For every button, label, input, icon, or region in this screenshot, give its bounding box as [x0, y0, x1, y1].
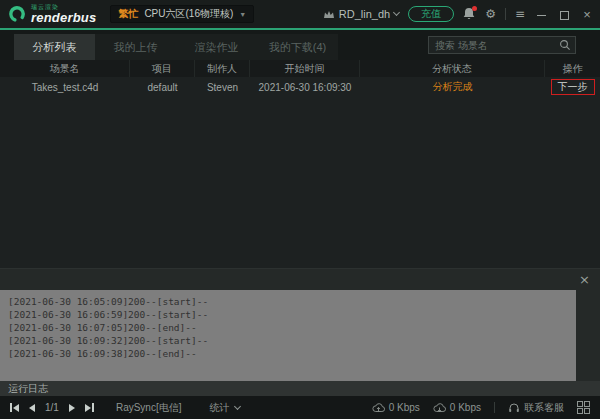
statusbar-divider	[494, 402, 495, 413]
maximize-icon	[560, 11, 569, 20]
download-speed-value: 0 Kbps	[450, 402, 481, 413]
cell-artist: Steven	[195, 77, 250, 97]
next-step-button[interactable]: 下一步	[551, 79, 595, 95]
cloud-download-icon	[433, 402, 446, 413]
notifications-button[interactable]	[463, 7, 476, 21]
page-indicator: 1/1	[45, 402, 59, 413]
log-panel-header: ×	[0, 268, 600, 290]
headset-icon	[508, 402, 520, 414]
run-log-title: 运行日志	[8, 382, 48, 396]
maximize-button[interactable]	[557, 8, 571, 21]
chevron-down-icon	[234, 402, 241, 409]
upload-speed: 0 Kbps	[372, 402, 420, 413]
table-empty-area	[0, 97, 600, 268]
titlebar-divider	[505, 8, 506, 20]
cell-start-time: 2021-06-30 16:09:30	[250, 77, 360, 97]
main-menu-icon[interactable]: ≡	[515, 8, 525, 20]
minimize-icon	[537, 15, 546, 16]
contact-support-label: 联系客服	[524, 401, 564, 415]
log-line: [2021-06-30 16:07:05]200--[end]--	[8, 321, 568, 334]
log-line: [2021-06-30 16:06:59]200--[start]--	[8, 308, 568, 321]
renderbus-logo-icon	[8, 5, 26, 23]
search-icon[interactable]	[559, 39, 571, 51]
table-row[interactable]: Takes_test.c4d default Steven 2021-06-30…	[0, 77, 600, 97]
pagination: 1/1	[10, 402, 94, 413]
log-line: [2021-06-30 16:05:09]200--[start]--	[8, 295, 568, 308]
minimize-button[interactable]	[534, 8, 548, 21]
first-page-button[interactable]	[10, 403, 19, 412]
column-header-scene: 场景名	[0, 60, 130, 77]
chevron-down-icon	[393, 9, 400, 16]
qr-code-icon[interactable]	[577, 401, 590, 414]
crown-icon	[323, 10, 335, 19]
zone-status-badge: 繁忙	[118, 7, 138, 21]
app-logo: 瑞云渲染 renderbus	[8, 4, 96, 24]
column-header-project: 项目	[130, 60, 195, 77]
table-header-row: 场景名 项目 制作人 开始时间 分析状态 操作	[0, 60, 600, 77]
contact-support-button[interactable]: 联系客服	[508, 401, 564, 415]
column-header-start-time: 开始时间	[250, 60, 360, 77]
brand-text: 瑞云渲染 renderbus	[31, 4, 96, 24]
column-header-status: 分析状态	[360, 60, 545, 77]
status-bar: 1/1 RaySync[电信] 统计 0 Kbps 0 Kbps	[0, 396, 600, 419]
tab-analysis-list[interactable]: 分析列表	[14, 34, 95, 60]
recharge-button[interactable]: 充值	[408, 6, 454, 22]
search-input[interactable]	[435, 40, 559, 51]
column-header-action: 操作	[545, 60, 600, 77]
tab-my-downloads[interactable]: 我的下载(4)	[257, 34, 338, 60]
stats-dropdown[interactable]: 统计	[209, 401, 240, 415]
run-log-output[interactable]: [2021-06-30 16:05:09]200--[start]-- [202…	[0, 290, 576, 381]
tab-bar: 分析列表 我的上传 渲染作业 我的下载(4)	[0, 30, 600, 60]
notification-badge	[472, 6, 477, 11]
scene-search-box[interactable]	[428, 36, 576, 54]
close-button[interactable]: ×	[580, 8, 594, 21]
log-close-icon[interactable]: ×	[579, 273, 590, 286]
log-panel-container: [2021-06-30 16:05:09]200--[start]-- [202…	[0, 290, 600, 381]
raysync-transfer-label[interactable]: RaySync[电信]	[116, 401, 182, 415]
cell-analysis-status: 分析完成	[360, 77, 545, 97]
user-menu[interactable]: RD_lin_dh	[323, 8, 399, 20]
brand-name: renderbus	[31, 11, 96, 24]
upload-speed-value: 0 Kbps	[389, 402, 420, 413]
tab-my-uploads[interactable]: 我的上传	[95, 34, 176, 60]
username-label: RD_lin_dh	[339, 8, 390, 20]
tab-render-jobs[interactable]: 渲染作业	[176, 34, 257, 60]
app-window: 瑞云渲染 renderbus 繁忙 CPU六区(16物理核) ▼ RD_lin_…	[0, 0, 600, 419]
chevron-down-icon: ▼	[239, 11, 246, 18]
previous-page-button[interactable]	[29, 404, 35, 412]
log-line: [2021-06-30 16:09:32]200--[start]--	[8, 334, 568, 347]
run-log-title-bar: 运行日志	[0, 381, 600, 396]
cloud-upload-icon	[372, 402, 385, 413]
download-speed: 0 Kbps	[433, 402, 481, 413]
cell-scene-name: Takes_test.c4d	[0, 77, 130, 97]
title-bar: 瑞云渲染 renderbus 繁忙 CPU六区(16物理核) ▼ RD_lin_…	[0, 0, 600, 28]
settings-gear-icon[interactable]: ⚙	[485, 8, 496, 20]
column-header-artist: 制作人	[195, 60, 250, 77]
cell-project: default	[130, 77, 195, 97]
log-line: [2021-06-30 16:09:38]200--[end]--	[8, 347, 568, 360]
render-zone-select[interactable]: 繁忙 CPU六区(16物理核) ▼	[110, 5, 254, 23]
stats-label: 统计	[209, 401, 229, 415]
last-page-button[interactable]	[85, 403, 94, 412]
zone-name: CPU六区(16物理核)	[144, 7, 233, 21]
next-page-button[interactable]	[69, 404, 75, 412]
